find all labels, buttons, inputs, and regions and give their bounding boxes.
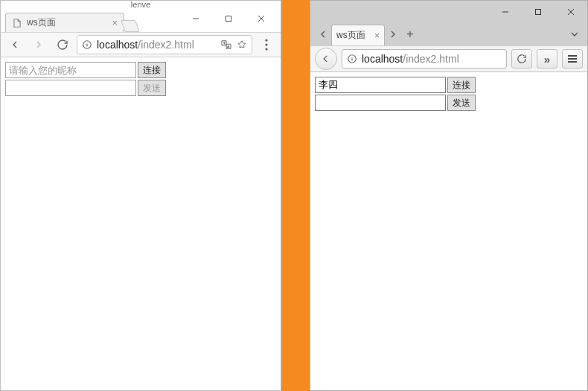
window-controls [489, 1, 587, 22]
url-text: localhost/index2.html [362, 53, 502, 65]
window-minimize-button[interactable] [489, 1, 522, 22]
forward-button[interactable] [29, 35, 48, 54]
window-minimize-button[interactable] [179, 11, 212, 26]
window-close-button[interactable] [555, 1, 587, 22]
reload-button[interactable] [511, 49, 532, 69]
site-info-icon[interactable] [347, 54, 357, 64]
tabstrip: ws页面 × [1, 11, 179, 32]
page-file-icon [12, 18, 22, 28]
svg-rect-1 [226, 16, 231, 22]
browser-menu-button[interactable] [257, 35, 276, 54]
toolbar: localhost/index2.html [1, 32, 281, 57]
tabbar: ws页面 × + [310, 23, 587, 45]
back-button[interactable] [5, 35, 25, 54]
titlebar [310, 1, 587, 23]
svg-point-6 [87, 42, 88, 43]
window-maximize-button[interactable] [522, 1, 555, 22]
all-tabs-button[interactable] [566, 23, 583, 45]
back-button[interactable] [315, 48, 337, 70]
page-content: 连接 发送 [310, 72, 587, 390]
browser-window-right: ws页面 × + localhost/index2.html » [310, 0, 588, 391]
connect-button[interactable]: 连接 [447, 77, 476, 93]
svg-point-9 [265, 39, 267, 41]
url-path: /index2.html [403, 53, 458, 65]
browser-tab[interactable]: ws页面 × [331, 25, 385, 45]
tab-close-icon[interactable]: × [112, 18, 118, 28]
url-path: /index2.html [138, 39, 194, 51]
page-content: 连接 发送 [1, 57, 281, 390]
address-bar[interactable]: localhost/index2.html [77, 35, 252, 54]
browser-tab[interactable]: ws页面 × [5, 13, 124, 32]
url-host: localhost [97, 39, 138, 51]
browser-menu-button[interactable] [562, 49, 583, 69]
titlebar-strip: lenve [1, 1, 281, 11]
toolbar: localhost/index2.html » [310, 45, 587, 72]
svg-point-10 [265, 43, 267, 45]
message-row: 发送 [315, 95, 583, 111]
tab-title: ws页面 [336, 29, 371, 42]
new-tab-slot [123, 14, 142, 32]
address-bar[interactable]: localhost/index2.html [342, 49, 507, 69]
message-row: 发送 [5, 80, 276, 96]
window-divider [281, 0, 310, 391]
send-button[interactable]: 发送 [447, 95, 476, 111]
window-controls [179, 11, 281, 32]
tablist-scroll-right-button[interactable] [385, 23, 401, 45]
tab-title: ws页面 [27, 16, 107, 29]
url-text: localhost/index2.html [97, 39, 216, 51]
svg-point-11 [265, 48, 267, 50]
site-info-icon[interactable] [82, 39, 92, 50]
message-input[interactable] [5, 80, 136, 96]
svg-rect-13 [536, 10, 541, 15]
url-host: localhost [362, 53, 403, 65]
nickname-row: 连接 [5, 62, 276, 78]
browser-window-left: lenve ws页面 × [0, 0, 281, 391]
overflow-button[interactable]: » [537, 49, 557, 69]
svg-point-18 [352, 57, 353, 57]
window-close-button[interactable] [245, 11, 278, 26]
new-tab-button[interactable]: + [401, 23, 419, 45]
tab-close-icon[interactable]: × [374, 31, 380, 41]
nickname-row: 连接 [315, 77, 583, 93]
message-input[interactable] [315, 95, 446, 111]
connect-button[interactable]: 连接 [138, 62, 166, 78]
nickname-input[interactable] [315, 77, 446, 93]
send-button[interactable]: 发送 [138, 80, 166, 96]
window-maximize-button[interactable] [212, 11, 245, 26]
titlebar: ws页面 × [1, 11, 281, 32]
bookmark-star-icon[interactable] [237, 39, 247, 50]
os-username-label: lenve [131, 0, 150, 9]
reload-button[interactable] [53, 35, 72, 54]
tablist-scroll-left-button[interactable] [315, 23, 331, 45]
translate-icon[interactable] [220, 39, 232, 51]
nickname-input[interactable] [5, 62, 136, 78]
